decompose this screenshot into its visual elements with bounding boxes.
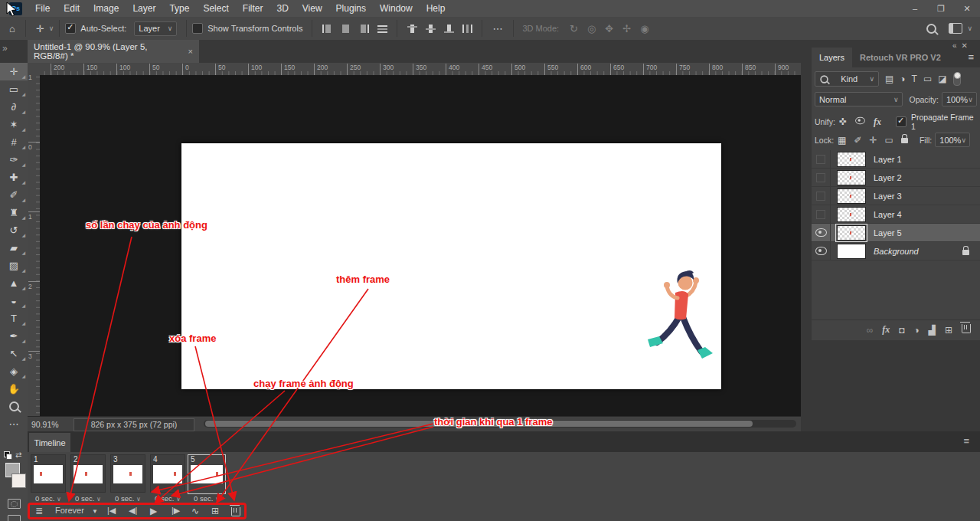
visibility-toggle[interactable] bbox=[812, 224, 831, 241]
menu-file[interactable]: File bbox=[28, 0, 57, 17]
timeline-frame-4[interactable]: 4 bbox=[150, 454, 185, 493]
distribute-top-icon[interactable] bbox=[407, 25, 417, 33]
tab-retouch-plugin[interactable]: Retouch VR PRO V2 bbox=[852, 48, 949, 67]
loop-count-dropdown[interactable]: Forever bbox=[55, 506, 84, 515]
delete-frame-button[interactable] bbox=[231, 507, 240, 519]
filter-kind-dropdown[interactable]: Kind ∨ bbox=[815, 71, 879, 87]
path-selection-tool[interactable]: ↖◢ bbox=[0, 345, 28, 362]
close-tab-icon[interactable]: × bbox=[188, 47, 193, 56]
horizontal-scrollbar-thumb[interactable] bbox=[205, 421, 753, 427]
blur-tool[interactable]: ▲◢ bbox=[0, 274, 28, 292]
unify-style-icon[interactable]: fx bbox=[874, 116, 881, 128]
clone-stamp-tool[interactable]: ♜◢ bbox=[0, 204, 28, 221]
timeline-panel-menu-icon[interactable]: ≡ bbox=[963, 435, 969, 447]
canvas-viewport[interactable] bbox=[40, 75, 801, 416]
previous-frame-button[interactable]: ◀| bbox=[129, 506, 137, 516]
pen-tool[interactable]: ✒◢ bbox=[0, 327, 28, 345]
menu-edit[interactable]: Edit bbox=[57, 0, 87, 17]
layer-row-3[interactable]: Layer 3 bbox=[812, 187, 980, 205]
visibility-toggle[interactable] bbox=[812, 169, 831, 186]
unify-visibility-icon[interactable] bbox=[854, 116, 866, 127]
menu-help[interactable]: Help bbox=[420, 0, 452, 17]
layer-name[interactable]: Layer 3 bbox=[874, 192, 902, 201]
filter-pixel-layers-icon[interactable]: ▤ bbox=[885, 74, 893, 84]
layer-style-icon[interactable]: fx bbox=[882, 324, 890, 336]
more-options-icon[interactable]: ⋯ bbox=[488, 23, 507, 34]
eraser-tool[interactable]: ▰◢ bbox=[0, 239, 28, 257]
menu-filter[interactable]: Filter bbox=[236, 0, 270, 17]
type-tool[interactable]: T◢ bbox=[0, 310, 28, 327]
document-tab[interactable]: Untitled-1 @ 90.9% (Layer 5, RGB/8#) * × bbox=[28, 40, 199, 63]
align-right-icon[interactable] bbox=[359, 25, 369, 33]
tab-layers[interactable]: Layers bbox=[812, 48, 852, 67]
layer-row-5-selected[interactable]: Layer 5 bbox=[812, 224, 980, 242]
home-icon[interactable]: ⌂ bbox=[5, 23, 20, 34]
filter-adjustment-layers-icon[interactable]: ◑ bbox=[900, 74, 905, 84]
chevron-down-icon[interactable]: ∨ bbox=[49, 25, 54, 32]
layer-name[interactable]: Background bbox=[874, 247, 919, 256]
gradient-tool[interactable]: ▨◢ bbox=[0, 257, 28, 274]
move-tool-preset-icon[interactable]: ✛ bbox=[31, 23, 49, 34]
menu-select[interactable]: Select bbox=[196, 0, 235, 17]
filter-shape-layers-icon[interactable]: ▭ bbox=[923, 74, 932, 84]
dodge-tool[interactable]: ◒◢ bbox=[0, 292, 28, 310]
first-frame-button[interactable]: |◀ bbox=[107, 506, 116, 516]
layer-thumbnail[interactable] bbox=[837, 225, 866, 241]
frame-delay-dropdown[interactable]: 0 sec. ∨ bbox=[189, 494, 224, 503]
propagate-frame-checkbox[interactable] bbox=[896, 116, 906, 127]
convert-to-video-timeline-icon[interactable]: ≣ bbox=[35, 506, 41, 516]
healing-brush-tool[interactable]: ✚◢ bbox=[0, 169, 28, 186]
horizontal-scrollbar[interactable] bbox=[204, 420, 796, 428]
timeline-frame-3[interactable]: 3 bbox=[110, 454, 145, 493]
zoom-tool[interactable] bbox=[0, 398, 28, 415]
menu-3d[interactable]: 3D bbox=[270, 0, 295, 17]
delete-layer-icon[interactable] bbox=[962, 324, 971, 336]
background-color-swatch[interactable] bbox=[11, 473, 26, 488]
unify-position-icon[interactable]: ✜ bbox=[839, 116, 847, 127]
lasso-tool[interactable]: ∂◢ bbox=[0, 98, 28, 116]
frame-delay-dropdown[interactable]: 0 sec. ∨ bbox=[150, 494, 185, 503]
edit-toolbar-icon[interactable]: ⋯ bbox=[0, 415, 28, 433]
menu-layer[interactable]: Layer bbox=[126, 0, 162, 17]
frame-delay-dropdown[interactable]: 0 sec. ∨ bbox=[70, 494, 106, 503]
layer-thumbnail[interactable] bbox=[837, 170, 866, 185]
align-center-icon[interactable] bbox=[341, 25, 351, 33]
lock-transparency-icon[interactable]: ▦ bbox=[838, 135, 846, 146]
blend-mode-dropdown[interactable]: Normal ∨ bbox=[815, 92, 903, 106]
quick-selection-tool[interactable]: ✶◢ bbox=[0, 116, 28, 133]
layer-mask-icon[interactable]: ◘ bbox=[899, 325, 904, 336]
filter-type-layers-icon[interactable]: T bbox=[912, 74, 917, 84]
marquee-tool[interactable]: ▭◢ bbox=[0, 80, 28, 98]
visibility-toggle[interactable] bbox=[812, 187, 831, 205]
timeline-frame-2[interactable]: 2 bbox=[70, 454, 106, 493]
menu-plugins[interactable]: Plugins bbox=[329, 0, 373, 17]
menu-window[interactable]: Window bbox=[373, 0, 420, 17]
layer-thumbnail[interactable] bbox=[837, 244, 866, 259]
layer-name[interactable]: Layer 4 bbox=[874, 210, 902, 219]
shape-tool[interactable]: ◈◢ bbox=[0, 362, 28, 380]
timeline-frame-1[interactable]: 1 bbox=[31, 454, 66, 493]
layer-name[interactable]: Layer 2 bbox=[874, 173, 902, 182]
filter-smart-objects-icon[interactable]: ◪ bbox=[938, 74, 946, 84]
lock-pixels-icon[interactable]: ✐ bbox=[854, 135, 861, 146]
layer-name[interactable]: Layer 5 bbox=[874, 228, 902, 238]
minimize-icon[interactable]: – bbox=[902, 0, 928, 17]
layer-thumbnail[interactable] bbox=[837, 207, 866, 222]
layer-thumbnail[interactable] bbox=[837, 188, 866, 204]
layer-row-background[interactable]: Background bbox=[812, 242, 980, 260]
move-tool[interactable]: ✛◢ bbox=[0, 63, 28, 80]
new-layer-icon[interactable]: ⊞ bbox=[945, 325, 952, 336]
hand-tool[interactable]: ✋ bbox=[0, 380, 28, 398]
brush-tool[interactable]: ✐◢ bbox=[0, 186, 28, 204]
swap-colors-icon[interactable]: ⇄ bbox=[15, 451, 21, 459]
history-brush-tool[interactable]: ↺◢ bbox=[0, 221, 28, 239]
layers-panel-menu-icon[interactable]: ≡ bbox=[968, 48, 980, 67]
quick-mask-button[interactable] bbox=[8, 499, 21, 509]
menu-view[interactable]: View bbox=[296, 0, 329, 17]
layer-name[interactable]: Layer 1 bbox=[874, 155, 902, 164]
lock-all-icon[interactable] bbox=[901, 135, 908, 146]
frame-delay-dropdown[interactable]: 0 sec. ∨ bbox=[31, 494, 66, 503]
next-frame-button[interactable]: |▶ bbox=[172, 506, 180, 516]
opacity-dropdown[interactable]: 100% ∨ bbox=[942, 92, 977, 106]
default-colors-icon[interactable] bbox=[4, 451, 11, 458]
